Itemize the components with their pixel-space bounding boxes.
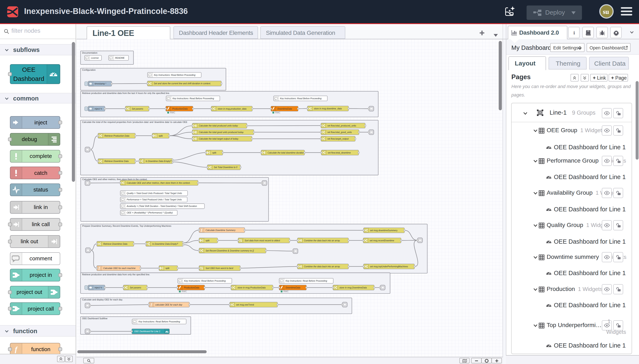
svg-text:Configuration: Configuration bbox=[82, 68, 96, 71]
svg-text:Sort OEE from worst to best: Sort OEE from worst to best bbox=[205, 267, 233, 270]
svg-text:set msg.recentDowntime: set msg.recentDowntime bbox=[370, 239, 394, 242]
svg-text:DowntimeData: DowntimeData bbox=[286, 286, 300, 289]
svg-text:set msg.topUnderPerformingMach: set msg.topUnderPerformingMachines bbox=[370, 265, 408, 268]
svg-text:Calculate OEE and other metric: Calculate OEE and other metrics, then st… bbox=[127, 182, 190, 184]
svg-text:Availavity = (Total Shift Dura: Availavity = (Total Shift Duration - Tot… bbox=[127, 205, 197, 207]
svg-text:Retrieve Downtime Data: Retrieve Downtime Data bbox=[104, 160, 129, 162]
svg-text:Calculate the total good units: Calculate the total good units produced … bbox=[199, 131, 244, 134]
svg-text:store in msg.ProductionData: store in msg.ProductionData bbox=[237, 286, 266, 289]
svg-text:Key Instructions: Read Before: Key Instructions: Read Before Proceeding bbox=[172, 97, 214, 100]
svg-text:RWC: RWC bbox=[182, 290, 187, 293]
svg-text:set flow.target_output: set flow.target_output bbox=[327, 138, 349, 140]
svg-text:ProductionData: ProductionData bbox=[172, 108, 188, 110]
svg-text:DowntimeData: DowntimeData bbox=[277, 108, 292, 110]
svg-text:set flow.total_produced_units: set flow.total_produced_units bbox=[327, 124, 356, 127]
svg-text:set msg.oeeTrend: set msg.oeeTrend bbox=[236, 304, 254, 306]
svg-text:Is Downtime Data Empty?: Is Downtime Data Empty? bbox=[146, 160, 171, 162]
svg-text:Calculate OEE for each machine: Calculate OEE for each machine bbox=[103, 267, 135, 270]
svg-text:Is Downtime Data Empty?: Is Downtime Data Empty? bbox=[152, 242, 178, 245]
svg-text:set flow.total_downtime: set flow.total_downtime bbox=[328, 152, 351, 154]
svg-text:Set params: Set params bbox=[132, 108, 143, 110]
svg-text:Combine the data back into an: Combine the data back into an array. bbox=[304, 265, 340, 268]
svg-text:Prepare Downtime Summary, Rece: Prepare Downtime Summary, Recent Downtim… bbox=[82, 225, 171, 227]
svg-text:store in msg.DowntimeData: store in msg.DowntimeData bbox=[339, 286, 367, 289]
svg-text:ProductionData: ProductionData bbox=[184, 286, 199, 289]
svg-text:split: split bbox=[205, 239, 209, 242]
svg-text:Key Instructions: Read Before: Key Instructions: Read Before Proceeding bbox=[184, 280, 226, 282]
svg-text:split: split bbox=[212, 152, 216, 154]
svg-text:OEE Dashboard Subflow: OEE Dashboard Subflow bbox=[82, 317, 107, 320]
svg-text:Set params: Set params bbox=[130, 286, 141, 289]
svg-text:Retrieve Production Data: Retrieve Production Data bbox=[104, 134, 129, 137]
svg-text:Calculate Downtime Summery: Calculate Downtime Summery bbox=[205, 229, 236, 232]
svg-text:Key Instructions: Read Before: Key Instructions: Read Before Proceeding bbox=[286, 280, 327, 282]
svg-text:Set Total Downtime to 0: Set Total Downtime to 0 bbox=[214, 166, 237, 168]
svg-text:store in msg.production_data: store in msg.production_data bbox=[218, 108, 246, 110]
svg-text:Sort data from most recent to: Sort data from most recent to oldest bbox=[244, 239, 280, 242]
svg-text:calculate OEE for each day: calculate OEE for each day bbox=[155, 304, 183, 306]
svg-text:Calculate the total downtime d: Calculate the total downtime duration bbox=[267, 152, 304, 154]
svg-text:f: f bbox=[15, 346, 18, 353]
svg-text:OEE Dashboard for Line 1: OEE Dashboard for Line 1 bbox=[134, 330, 160, 332]
svg-text:split: split bbox=[165, 267, 169, 270]
svg-text:RWC: RWC bbox=[170, 112, 175, 114]
svg-text:store in msg.downtime_data: store in msg.downtime_data bbox=[314, 107, 342, 110]
svg-text:OEE = (Availability) * (Perfor: OEE = (Availability) * (Performance) * (… bbox=[127, 211, 173, 214]
svg-text:i: i bbox=[573, 30, 575, 36]
svg-text:Retrieve Downtime Data: Retrieve Downtime Data bbox=[103, 242, 127, 245]
svg-text:Set Recent Downtime & Downtime: Set Recent Downtime & Downtime summery t… bbox=[205, 249, 254, 252]
svg-text:inject ↻: inject ↻ bbox=[95, 108, 102, 110]
svg-text:Quality = Total Good Units Pro: Quality = Total Good Units Produced / To… bbox=[127, 192, 182, 194]
svg-text:Performance = Total Produced U: Performance = Total Produced Units / Tot… bbox=[127, 198, 182, 201]
svg-text:split: split bbox=[159, 134, 163, 137]
svg-text:Key Instructions: Read Before: Key Instructions: Read Before Proceeding bbox=[280, 97, 322, 100]
svg-text:Documentation: Documentation bbox=[82, 52, 97, 54]
svg-text:Key Instructions: Read Before: Key Instructions: Read Before Proceeding bbox=[154, 74, 195, 76]
svg-text:Calculate the total target out: Calculate the total target output of tod… bbox=[199, 138, 239, 140]
svg-text:timestamp ¹: timestamp ¹ bbox=[95, 82, 107, 85]
svg-text:RWC: RWC bbox=[275, 112, 280, 114]
svg-text:Calculate OEE and other metric: Calculate OEE and other metrics, then st… bbox=[82, 178, 147, 180]
svg-text:Calculate the total produced u: Calculate the total produced units today bbox=[199, 124, 238, 127]
svg-text:Calculate and display OEE for: Calculate and display OEE for each day. bbox=[82, 298, 123, 301]
svg-text:set flow.total_good_units: set flow.total_good_units bbox=[327, 131, 352, 134]
svg-text:Set and store the current line: Set and store the current line and shift… bbox=[154, 82, 211, 85]
svg-text:RWC: RWC bbox=[283, 290, 289, 293]
svg-text:inject ↻: inject ↻ bbox=[95, 286, 102, 289]
svg-text:License: License bbox=[91, 56, 99, 59]
svg-text:README: README bbox=[115, 56, 125, 59]
svg-text:Calculate the total of the req: Calculate the total of the required prop… bbox=[82, 121, 187, 123]
svg-text:Key Instructions: Read Before: Key Instructions: Read Before Proceeding bbox=[139, 320, 180, 323]
svg-text:Combine the data back into an: Combine the data back into an array. bbox=[304, 239, 340, 242]
svg-text:set msg.downtimeSummery: set msg.downtimeSummery bbox=[370, 229, 398, 232]
svg-text:Retrieve production and downti: Retrieve production and downtime data fr… bbox=[82, 92, 170, 94]
svg-text:Retrieve production and downti: Retrieve production and downtime data fr… bbox=[82, 273, 150, 276]
